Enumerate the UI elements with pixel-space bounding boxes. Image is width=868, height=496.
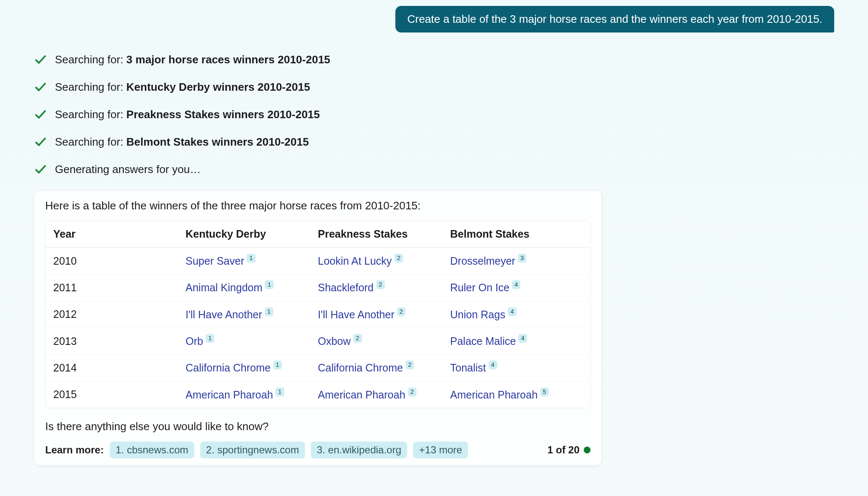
winner-link[interactable]: Shackleford [318,282,374,294]
citation-badge[interactable]: 2 [408,388,416,396]
winner-link[interactable]: California Chrome [185,362,270,374]
step-label: Generating answers for you… [55,163,201,176]
status-dot-icon [584,447,590,453]
citation-badge[interactable]: 1 [275,388,284,396]
table-row: 2010Super Saver1Lookin At Lucky2Drosselm… [46,247,590,274]
cell-bs: Ruler On Ice4 [450,281,582,294]
winner-link[interactable]: Drosselmeyer [450,255,515,267]
col-header-kd: Kentucky Derby [185,228,318,240]
step-prefix: Searching for: [55,108,126,121]
citation-badge[interactable]: 2 [376,280,385,289]
response-counter: 1 of 20 [547,444,590,456]
winner-link[interactable]: Lookin At Lucky [318,255,392,267]
citation-badge[interactable]: 1 [206,334,214,343]
winner-link[interactable]: Ruler On Ice [450,282,509,294]
table-row: 2015American Pharoah1American Pharoah2Am… [46,381,590,408]
step-query: Belmont Stakes winners 2010-2015 [126,136,309,148]
learn-more-row: Learn more: 1. cbsnews.com2. sportingnew… [45,442,590,458]
cell-year: 2012 [53,308,185,320]
cell-ps: Lookin At Lucky2 [318,255,450,267]
citation-badge[interactable]: 1 [247,254,255,263]
col-header-bs: Belmont Stakes [450,228,582,240]
step-prefix: Searching for: [55,136,126,148]
search-step: Generating answers for you… [34,163,834,176]
cell-year: 2015 [53,388,185,401]
winner-link[interactable]: Super Saver [185,255,244,267]
learn-more-chip[interactable]: 1. cbsnews.com [110,442,194,458]
winner-link[interactable]: California Chrome [318,362,403,374]
cell-year: 2013 [53,335,185,347]
winner-link[interactable]: American Pharoah [318,389,405,401]
cell-bs: Tonalist4 [450,361,582,374]
winner-link[interactable]: Palace Malice [450,335,516,347]
table-row: 2011Animal Kingdom1Shackleford2Ruler On … [46,274,590,301]
learn-more-chip[interactable]: 3. en.wikipedia.org [311,442,407,458]
table-row: 2013Orb1Oxbow2Palace Malice4 [46,328,590,354]
learn-more-chip[interactable]: +13 more [413,442,468,458]
winner-link[interactable]: American Pharoah [450,389,538,401]
col-header-ps: Preakness Stakes [318,228,450,240]
winner-link[interactable]: I'll Have Another [318,309,395,320]
winner-link[interactable]: American Pharoah [185,389,273,401]
citation-badge[interactable]: 1 [265,307,273,316]
step-prefix: Searching for: [55,81,126,93]
citation-badge[interactable]: 4 [508,307,516,316]
table-row: 2014California Chrome1California Chrome2… [46,354,590,381]
winner-link[interactable]: Tonalist [450,362,486,374]
answer-card: Here is a table of the winners of the th… [34,190,602,466]
cell-ps: American Pharoah2 [318,388,450,401]
cell-kd: California Chrome1 [185,361,318,374]
user-message-bubble: Create a table of the 3 major horse race… [395,6,834,33]
citation-badge[interactable]: 4 [512,280,520,289]
cell-kd: Super Saver1 [185,255,318,267]
step-query: Preakness Stakes winners 2010-2015 [126,108,320,121]
winner-link[interactable]: Orb [185,335,203,347]
followup-text: Is there anything else you would like to… [45,420,590,433]
winner-link[interactable]: Animal Kingdom [185,282,262,294]
table-header-row: Year Kentucky Derby Preakness Stakes Bel… [46,221,590,247]
cell-ps: Shackleford2 [318,281,450,294]
search-step: Searching for: Belmont Stakes winners 20… [34,135,834,149]
learn-more-chip[interactable]: 2. sportingnews.com [200,442,305,458]
step-label: Searching for: Preakness Stakes winners … [55,108,320,121]
cell-year: 2010 [53,255,185,267]
cell-bs: Union Rags4 [450,308,582,321]
citation-badge[interactable]: 2 [353,334,362,343]
step-query: Kentucky Derby winners 2010-2015 [126,81,310,93]
winner-link[interactable]: Oxbow [318,335,351,347]
winner-link[interactable]: Union Rags [450,309,506,320]
winner-link[interactable]: I'll Have Another [185,309,262,320]
step-label: Searching for: Kentucky Derby winners 20… [55,81,310,94]
citation-badge[interactable]: 3 [518,254,526,263]
check-icon [34,108,47,121]
answer-intro: Here is a table of the winners of the th… [45,199,590,212]
search-step: Searching for: Preakness Stakes winners … [34,108,834,121]
cell-year: 2014 [53,362,185,374]
counter-text: 1 of 20 [547,444,580,456]
cell-ps: I'll Have Another2 [318,308,450,321]
cell-bs: Palace Malice4 [450,335,582,347]
check-icon [34,135,47,149]
step-label: Searching for: 3 major horse races winne… [55,53,330,66]
cell-kd: I'll Have Another1 [185,308,318,321]
citation-badge[interactable]: 1 [273,360,282,369]
citation-badge[interactable]: 4 [489,360,497,369]
cell-ps: Oxbow2 [318,335,450,347]
cell-ps: California Chrome2 [318,361,450,374]
citation-badge[interactable]: 2 [397,307,405,316]
cell-kd: Animal Kingdom1 [185,281,318,294]
citation-badge[interactable]: 2 [405,360,414,369]
cell-kd: Orb1 [185,335,318,347]
check-icon [34,80,47,94]
step-query: 3 major horse races winners 2010-2015 [126,53,330,66]
citation-badge[interactable]: 5 [540,388,549,396]
table-row: 2012I'll Have Another1I'll Have Another2… [46,301,590,328]
citation-badge[interactable]: 4 [518,334,527,343]
check-icon [34,163,47,176]
citation-badge[interactable]: 2 [395,254,403,263]
cell-bs: Drosselmeyer3 [450,255,582,267]
citation-badge[interactable]: 1 [265,280,273,289]
search-step: Searching for: Kentucky Derby winners 20… [34,80,834,94]
winners-table: Year Kentucky Derby Preakness Stakes Bel… [45,221,590,408]
cell-kd: American Pharoah1 [185,388,318,401]
